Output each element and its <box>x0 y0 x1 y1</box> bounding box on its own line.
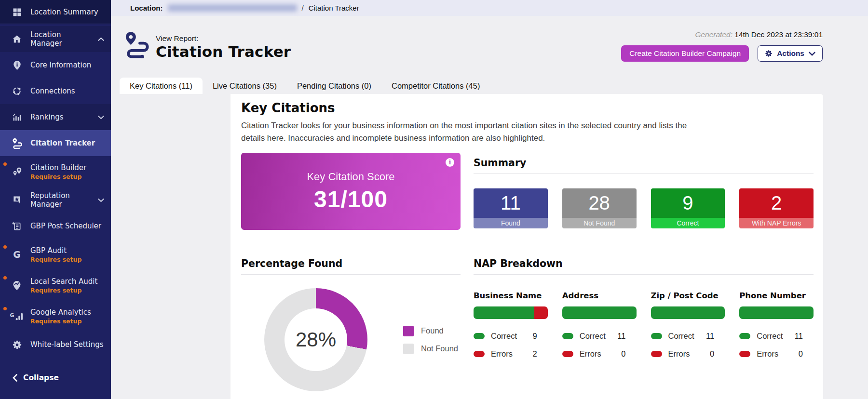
score-card-value: 31/100 <box>314 186 388 213</box>
sidebar-item-gbp-audit[interactable]: G GBP Audit Requires setup <box>0 239 111 270</box>
summary-value: 9 <box>651 188 725 218</box>
sidebar-item-white-label-settings[interactable]: White-label Settings <box>0 332 111 358</box>
sidebar-item-core-information[interactable]: Core Information <box>0 52 111 78</box>
nap-breakdown-section: NAP Breakdown Business Name Correct 9 <box>474 258 814 391</box>
sidebar: Location Summary Location Manager Core I… <box>0 0 111 399</box>
sidebar-item-label: Google Analytics <box>30 308 91 317</box>
generated-timestamp: Generated: 14th Dec 2023 at 23:39:01 <box>695 30 823 39</box>
nap-column-title: Zip / Post Code <box>651 291 725 300</box>
summary-box-nap-errors: 2 With NAP Errors <box>739 188 814 228</box>
nap-column-business-name: Business Name Correct 9 Errors 2 <box>474 291 548 359</box>
actions-button[interactable]: Actions <box>758 45 823 62</box>
correct-label: Correct <box>668 332 694 341</box>
errors-count: 0 <box>710 349 725 359</box>
nap-correct-row: Correct 11 <box>739 331 814 341</box>
requires-setup-badge: Requires setup <box>30 318 91 325</box>
bookmark-star-icon <box>11 195 23 205</box>
key-citation-score-card: i Key Citation Score 31/100 <box>241 153 461 230</box>
requires-setup-badge: Requires setup <box>30 256 81 263</box>
nap-bar <box>739 306 814 319</box>
chevron-down-icon <box>98 198 104 202</box>
nap-bar <box>562 306 637 319</box>
info-icon[interactable]: i <box>446 158 454 167</box>
percentage-found-heading: Percentage Found <box>241 258 461 269</box>
correct-label: Correct <box>757 332 783 341</box>
correct-pill-icon <box>562 333 573 339</box>
route-icon <box>11 138 23 149</box>
post-list-icon <box>11 221 23 231</box>
chevron-left-icon <box>13 374 17 382</box>
summary-box-correct: 9 Correct <box>651 188 725 228</box>
summary-label: With NAP Errors <box>739 218 814 228</box>
errors-label: Errors <box>668 349 690 359</box>
nap-column-title: Address <box>562 291 637 300</box>
errors-label: Errors <box>580 349 601 359</box>
create-citation-builder-campaign-button[interactable]: Create Citation Builder Campaign <box>621 45 749 62</box>
sidebar-item-google-analytics[interactable]: G Google Analytics Requires setup <box>0 301 111 332</box>
sidebar-item-label: Citation Tracker <box>30 139 95 147</box>
actions-label: Actions <box>777 49 804 58</box>
sidebar-item-citation-builder[interactable]: Citation Builder Requires setup <box>0 156 111 187</box>
section-divider <box>241 274 461 275</box>
generated-value: 14th Dec 2023 at 23:39:01 <box>734 30 823 39</box>
correct-count: 11 <box>795 332 814 341</box>
sidebar-item-location-summary[interactable]: Location Summary <box>0 0 111 24</box>
errors-pill-icon <box>474 351 485 357</box>
requires-setup-dot <box>3 245 7 249</box>
sidebar-item-label: Core Information <box>30 61 91 69</box>
correct-label: Correct <box>491 332 517 341</box>
main-area: Location: / Citation Tracker View Report… <box>111 0 868 399</box>
nap-column-address: Address Correct 11 Errors 0 <box>562 291 637 359</box>
tab-pending-citations[interactable]: Pending Citations (0) <box>287 78 381 94</box>
sidebar-item-label: Location Manager <box>30 30 91 48</box>
correct-count: 11 <box>706 332 725 341</box>
nap-errors-row: Errors 0 <box>739 348 814 359</box>
legend-item-found: Found <box>403 326 458 336</box>
sidebar-item-location-manager[interactable]: Location Manager <box>0 26 111 52</box>
sidebar-item-local-search-audit[interactable]: Local Search Audit Requires setup <box>0 270 111 301</box>
sidebar-item-label: Rankings <box>30 113 64 121</box>
tab-competitor-citations[interactable]: Competitor Citations (45) <box>381 78 490 94</box>
tab-key-citations[interactable]: Key Citations (11) <box>120 78 203 94</box>
report-header-area: View Report: Citation Tracker Generated:… <box>111 16 868 94</box>
sidebar-item-citation-tracker[interactable]: Citation Tracker <box>0 130 111 156</box>
legend-item-not-found: Not Found <box>403 344 458 354</box>
nap-bar <box>474 306 548 319</box>
summary-label: Found <box>474 218 548 228</box>
summary-value: 2 <box>739 188 814 218</box>
section-divider <box>474 173 814 174</box>
location-name-redacted[interactable] <box>168 4 297 12</box>
map-pins-icon <box>11 167 23 177</box>
summary-label: Not Found <box>562 218 637 228</box>
correct-pill-icon <box>474 333 485 339</box>
report-tabs: Key Citations (11) Live Citations (35) P… <box>120 78 490 94</box>
analytics-bars-icon: G <box>11 312 23 320</box>
errors-pill-icon <box>651 351 662 357</box>
nap-breakdown-heading: NAP Breakdown <box>474 258 814 269</box>
sidebar-item-label: Citation Builder <box>30 163 86 172</box>
tab-live-citations[interactable]: Live Citations (35) <box>203 78 287 94</box>
info-pin-icon <box>11 60 23 70</box>
gear-icon <box>765 50 773 57</box>
summary-section: Summary 11 Found 28 Not Found 9 <box>474 157 814 230</box>
errors-count: 0 <box>621 349 636 359</box>
summary-box-not-found: 28 Not Found <box>562 188 637 228</box>
route-report-icon <box>123 30 150 58</box>
errors-label: Errors <box>757 349 778 359</box>
sidebar-item-reputation-manager[interactable]: Reputation Manager <box>0 187 111 213</box>
correct-pill-icon <box>739 333 750 339</box>
gear-icon <box>11 340 23 350</box>
nap-column-title: Business Name <box>474 291 548 300</box>
correct-label: Correct <box>580 332 606 341</box>
sidebar-item-gbp-post-scheduler[interactable]: GBP Post Scheduler <box>0 213 111 239</box>
sidebar-item-label: White-label Settings <box>30 340 104 349</box>
errors-pill-icon <box>739 351 750 357</box>
requires-setup-dot <box>3 162 7 166</box>
connections-icon <box>11 86 23 96</box>
breadcrumb-location-label: Location: <box>130 4 163 12</box>
sidebar-item-rankings[interactable]: Rankings <box>0 104 111 130</box>
chevron-down-icon <box>98 115 104 120</box>
sidebar-collapse-button[interactable]: Collapse <box>0 367 111 388</box>
sidebar-item-connections[interactable]: Connections <box>0 78 111 104</box>
section-divider <box>474 274 814 275</box>
